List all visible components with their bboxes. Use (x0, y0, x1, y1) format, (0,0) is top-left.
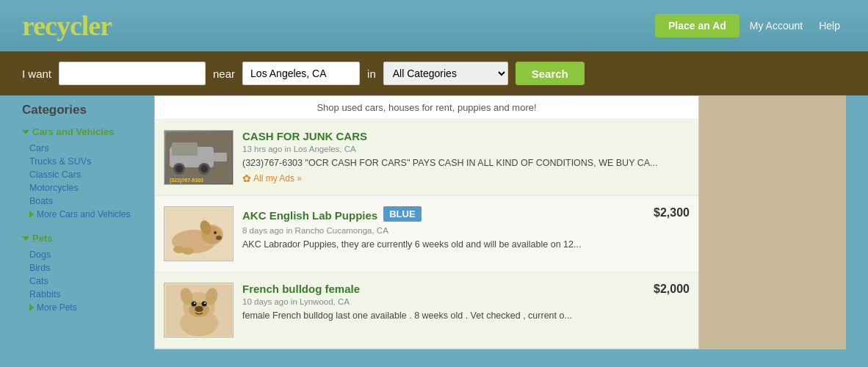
category-select[interactable]: All Categories Cars and Vehicles Pets Re… (383, 62, 508, 85)
logo: recycler (22, 10, 112, 42)
listing-body-lab: AKC English Lab Puppies BLUE 8 days ago … (242, 206, 629, 251)
listing-title-junk[interactable]: CASH FOR JUNK CARS (242, 130, 367, 142)
arrow-right-pets-icon (29, 304, 34, 311)
listing-thumb-french (164, 283, 234, 338)
near-label: near (213, 68, 235, 80)
search-near-input[interactable] (242, 62, 360, 85)
search-button[interactable]: Search (516, 62, 585, 85)
sidebar-item-dogs[interactable]: Dogs (22, 248, 147, 261)
all-ads-link[interactable]: ✿ All my Ads » (242, 172, 690, 184)
sidebar-item-trucks[interactable]: Trucks & SUVs (22, 155, 147, 168)
svg-rect-8 (214, 153, 227, 161)
sidebar-item-boats[interactable]: Boats (22, 195, 147, 208)
svg-point-27 (194, 302, 195, 304)
listing-price-lab: $2,300 (638, 206, 690, 219)
header-nav: Place an Ad My Account Help (655, 14, 846, 37)
blue-badge: BLUE (383, 206, 421, 222)
arrow-down-pets-icon (22, 236, 29, 241)
listing-body-junk: CASH FOR JUNK CARS 13 hrs ago in Los Ang… (242, 130, 690, 184)
logo-text: recycler (22, 10, 112, 41)
listing-meta-junk: 13 hrs ago in Los Angeles, CA (242, 145, 690, 153)
cars-vehicles-heading[interactable]: Cars and Vehicles (22, 126, 147, 137)
search-bar: I want near in All Categories Cars and V… (0, 51, 868, 95)
listing-item: AKC English Lab Puppies BLUE 8 days ago … (155, 196, 698, 272)
listing-item: French bulldog female 10 days ago in Lyn… (155, 272, 698, 349)
svg-point-26 (201, 301, 206, 306)
listing-thumb-lab (164, 206, 234, 261)
arrow-down-icon (22, 130, 29, 134)
arrow-right-icon (29, 211, 34, 218)
main-content: Categories Cars and Vehicles Cars Trucks… (0, 95, 868, 364)
listing-title-lab[interactable]: AKC English Lab Puppies (242, 209, 377, 222)
listing-meta-french: 10 days ago in Lynwood, CA (242, 297, 629, 306)
search-want-input[interactable] (59, 62, 206, 85)
sidebar-item-cats[interactable]: Cats (22, 275, 147, 288)
svg-point-25 (191, 301, 196, 306)
listing-item: (323)767-6303 CASH FOR JUNK CARS 13 hrs … (155, 120, 698, 196)
i-want-label: I want (22, 68, 51, 80)
more-pets-link[interactable]: More Pets (22, 301, 147, 314)
listing-body-french: French bulldog female 10 days ago in Lyn… (242, 283, 629, 322)
listing-thumb-junk: (323)767-6303 (164, 130, 234, 185)
svg-point-29 (195, 306, 203, 312)
sidebar-item-classic-cars[interactable]: Classic Cars (22, 168, 147, 181)
svg-point-18 (182, 247, 194, 255)
category-section-cars: Cars and Vehicles Cars Trucks & SUVs Cla… (22, 126, 147, 221)
sidebar-item-cars[interactable]: Cars (22, 142, 147, 155)
sidebar-item-motorcycles[interactable]: Motorcycles (22, 181, 147, 195)
content-subheader: Shop used cars, houses for rent, puppies… (155, 96, 698, 120)
svg-point-16 (216, 236, 222, 240)
help-link[interactable]: Help (813, 20, 846, 32)
listing-desc-lab: AKC Labrador Puppies, they are currently… (242, 238, 629, 251)
category-section-pets: Pets Dogs Birds Cats Rabbits More Pets (22, 233, 147, 314)
svg-point-28 (204, 302, 206, 304)
svg-point-14 (214, 231, 217, 234)
in-label: in (367, 68, 376, 80)
svg-text:(323)767-6303: (323)767-6303 (170, 178, 203, 184)
listing-title-french[interactable]: French bulldog female (242, 283, 360, 295)
header: recycler Place an Ad My Account Help (0, 0, 868, 51)
svg-point-5 (176, 165, 183, 172)
listings-panel: Shop used cars, houses for rent, puppies… (154, 95, 699, 349)
svg-point-7 (200, 165, 208, 172)
flower-icon: ✿ (242, 172, 251, 184)
sidebar-item-birds[interactable]: Birds (22, 261, 147, 275)
more-cars-link[interactable]: More Cars and Vehicles (22, 208, 147, 221)
sidebar: Categories Cars and Vehicles Cars Trucks… (22, 95, 154, 349)
listing-price-french: $2,000 (638, 283, 690, 296)
svg-rect-3 (172, 142, 198, 156)
sidebar-title: Categories (22, 103, 147, 117)
listing-meta-lab: 8 days ago in Rancho Cucamonga, CA (242, 226, 629, 235)
my-account-link[interactable]: My Account (744, 20, 809, 32)
pets-heading[interactable]: Pets (22, 233, 147, 244)
place-ad-button[interactable]: Place an Ad (655, 14, 739, 37)
listing-desc-french: female French bulldog last one available… (242, 309, 629, 322)
listing-desc-junk: (323)767-6303 "OCR CASH FOR CARS" PAYS C… (242, 156, 690, 170)
right-sidebar (699, 95, 846, 349)
sidebar-item-rabbits[interactable]: Rabbits (22, 288, 147, 301)
